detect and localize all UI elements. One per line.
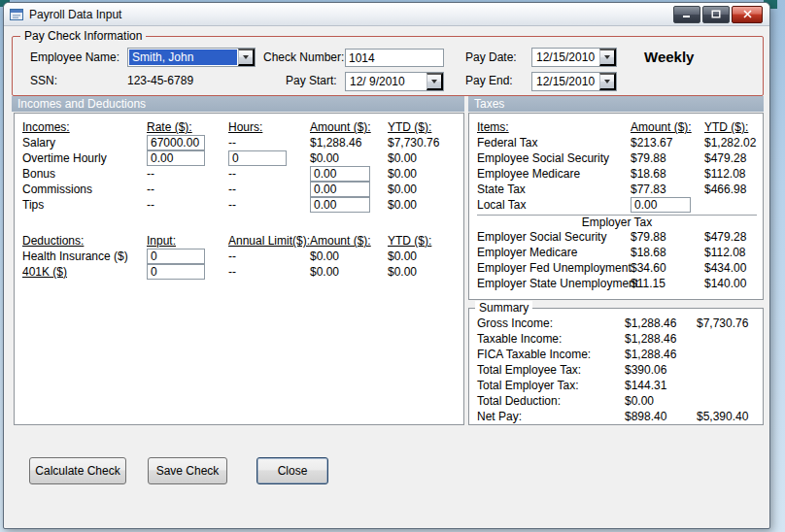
titlebar[interactable]: Payroll Data Input — [4, 3, 769, 26]
summary-ytd: $5,390.40 — [697, 410, 757, 423]
pay-start-label: Pay Start: — [286, 74, 337, 87]
income-label: Tips — [22, 198, 147, 212]
summary-row-taxable: Taxable Income: $1,288.46 — [477, 331, 757, 347]
overtime-rate-input[interactable] — [147, 150, 205, 166]
close-icon — [742, 10, 753, 18]
summary-table: Gross Income: $1,288.46 $7,730.76 Taxabl… — [477, 316, 757, 424]
payroll-window: Payroll Data Input Pay Check Information… — [3, 2, 770, 529]
amount-col-header: Amount ($): — [310, 234, 388, 248]
income-ytd: $0.00 — [388, 183, 458, 196]
paycheck-group-title: Pay Check Information — [20, 29, 146, 43]
pay-date-picker[interactable]: 12/15/2010 — [531, 48, 617, 67]
pay-end-dropdown-button[interactable] — [599, 73, 616, 90]
income-rate: -- — [147, 198, 228, 212]
deduction-label: Health Insurance ($) — [22, 249, 147, 263]
chevron-down-icon — [243, 55, 249, 59]
tax-amount: $79.88 — [631, 230, 704, 244]
amount-col-header: Amount ($): — [310, 120, 388, 134]
income-label: Salary — [22, 136, 147, 150]
summary-label: Total Employee Tax: — [477, 363, 625, 377]
tax-amount: $11.15 — [631, 277, 704, 290]
tax-ytd: $140.00 — [704, 277, 757, 290]
summary-row-gross: Gross Income: $1,288.46 $7,730.76 — [477, 316, 757, 331]
income-ytd: $0.00 — [388, 167, 458, 181]
pay-date-value: 12/15/2010 — [533, 50, 598, 65]
deduction-ytd: $0.00 — [388, 249, 458, 263]
tax-row-federal: Federal Tax $213.67 $1,282.02 — [477, 135, 757, 150]
tax-label: Employer State Unemployment — [477, 277, 631, 290]
401k-link[interactable]: 401K ($) — [22, 265, 147, 279]
income-label: Bonus — [22, 167, 147, 181]
chevron-down-icon — [604, 80, 610, 83]
income-row-commissions: Commissions -- -- $0.00 — [22, 182, 458, 197]
incomes-header-row: Incomes: Rate ($): Hours: Amount ($): YT… — [22, 119, 458, 135]
employee-name-dropdown-button[interactable] — [238, 49, 255, 66]
401k-input[interactable] — [147, 264, 205, 280]
summary-label: FICA Taxable Income: — [477, 348, 625, 361]
tax-amount: $18.68 — [631, 167, 704, 181]
minimize-icon — [682, 10, 692, 18]
health-insurance-input[interactable] — [147, 249, 205, 264]
tax-row-local: Local Tax — [477, 197, 757, 213]
tax-row-employee-medicare: Employee Medicare $18.68 $112.08 — [477, 166, 757, 182]
tax-row-employer-medicare: Employer Medicare $18.68 $112.08 — [477, 245, 757, 260]
close-button[interactable] — [732, 6, 763, 23]
commissions-amount-input[interactable] — [310, 182, 370, 197]
close-check-button[interactable]: Close — [256, 457, 328, 484]
app-icon — [9, 7, 24, 22]
income-label: Overtime Hourly — [22, 151, 147, 165]
client-area: Pay Check Information Employee Name: Smi… — [4, 26, 769, 528]
tax-label: Employer Fed Unemployment — [477, 261, 631, 275]
tax-label: Local Tax — [477, 198, 631, 212]
incomes-section-header: Incomes and Deductions — [12, 96, 464, 112]
summary-row-deduction: Total Deduction: $0.00 — [477, 393, 757, 409]
summary-panel: Summary Gross Income: $1,288.46 $7,730.7… — [468, 308, 764, 425]
deduction-limit: -- — [228, 249, 310, 263]
input-col-header: Input: — [147, 234, 228, 248]
income-amount: $1,288.46 — [310, 136, 388, 150]
paycheck-info-group: Pay Check Information Employee Name: Smi… — [12, 36, 764, 96]
summary-row-fica: FICA Taxable Income: $1,288.46 — [477, 347, 757, 362]
deduction-amount: $0.00 — [310, 265, 388, 279]
check-number-input[interactable] — [345, 49, 444, 67]
tax-label: Employee Medicare — [477, 167, 631, 181]
pay-start-dropdown-button[interactable] — [427, 73, 443, 90]
pay-end-picker[interactable]: 12/15/2010 — [531, 72, 617, 91]
rate-col-header: Rate ($): — [147, 120, 228, 134]
tax-ytd: $434.00 — [704, 261, 757, 275]
income-row-overtime: Overtime Hourly $0.00 $0.00 — [22, 150, 458, 166]
summary-label: Gross Income: — [477, 316, 625, 330]
save-check-button[interactable]: Save Check — [148, 457, 227, 484]
maximize-button[interactable] — [702, 6, 730, 23]
income-ytd: $0.00 — [388, 198, 458, 212]
pay-date-dropdown-button[interactable] — [599, 49, 616, 66]
calculate-check-button[interactable]: Calculate Check — [29, 457, 126, 484]
ytd-col-header: YTD ($): — [704, 120, 757, 134]
minimize-button[interactable] — [673, 6, 700, 23]
summary-amount: $0.00 — [625, 394, 697, 408]
bonus-amount-input[interactable] — [310, 166, 370, 182]
tips-amount-input[interactable] — [310, 197, 370, 213]
caption-buttons — [673, 6, 765, 23]
deduction-row-401k: 401K ($) -- $0.00 $0.00 — [22, 264, 458, 280]
incomes-table: Incomes: Rate ($): Hours: Amount ($): YT… — [22, 119, 458, 280]
tax-amount: $34.60 — [631, 261, 704, 275]
income-rate: -- — [147, 167, 228, 181]
income-label: Commissions — [22, 183, 147, 196]
deduction-amount: $0.00 — [310, 249, 388, 263]
income-row-bonus: Bonus -- -- $0.00 — [22, 166, 458, 182]
incomes-deductions-panel: Incomes: Rate ($): Hours: Amount ($): YT… — [14, 113, 464, 425]
salary-rate-input[interactable] — [147, 135, 205, 150]
pay-date-label: Pay Date: — [465, 50, 517, 64]
local-tax-input[interactable] — [631, 197, 691, 213]
summary-amount: $1,288.46 — [625, 316, 697, 330]
pay-start-picker[interactable]: 12/ 9/2010 — [345, 72, 444, 91]
summary-row-employee-tax: Total Employee Tax: $390.06 — [477, 362, 757, 378]
overtime-hours-input[interactable] — [228, 150, 287, 166]
tax-amount: $213.67 — [631, 136, 704, 150]
tax-label: State Tax — [477, 183, 631, 196]
employee-name-combobox[interactable]: Smith, John — [127, 48, 256, 67]
chevron-down-icon — [431, 80, 437, 83]
tax-row-employee-ss: Employee Social Security $79.88 $479.28 — [477, 150, 757, 166]
tax-label: Employer Medicare — [477, 246, 631, 259]
